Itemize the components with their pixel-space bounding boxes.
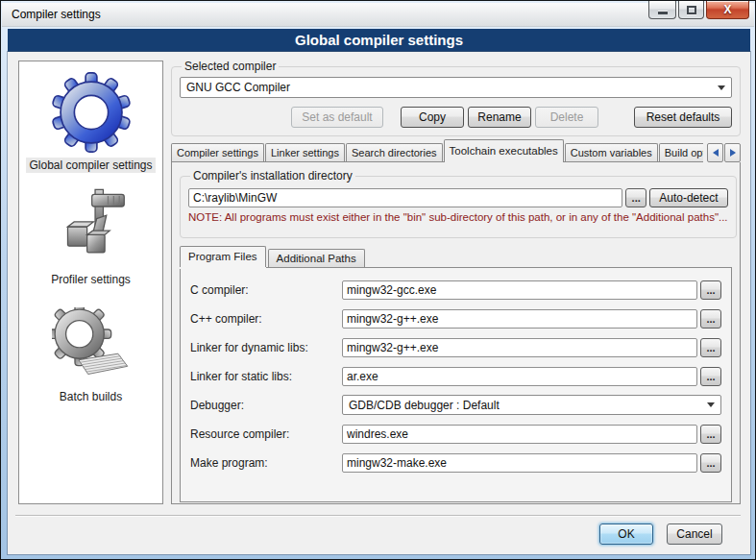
close-button[interactable]: X (706, 1, 749, 19)
sidebar-item-label: Global compiler settings (26, 158, 155, 173)
toolchain-executables-panel: Compiler's installation directory ... Au… (171, 161, 741, 504)
toolchain-fields: C compiler:...C++ compiler:...Linker for… (190, 280, 721, 473)
make-program-input[interactable] (342, 453, 697, 473)
footer-buttons: OK Cancel (599, 523, 722, 545)
c-compiler-label: C compiler: (190, 283, 342, 297)
sidebar-item-label: Batch builds (57, 389, 125, 404)
tab-toolchain-executables[interactable]: Toolchain executables (444, 139, 564, 162)
sidebar-item-batch-builds[interactable]: Batch builds (52, 307, 131, 404)
minimize-icon (658, 12, 668, 14)
c-compiler-browse-button[interactable]: ... (700, 280, 721, 300)
right-arrow-icon (730, 149, 736, 157)
toolchain-field-row: Debugger:GDB/CDB debugger : Default (190, 395, 721, 415)
close-icon: X (723, 3, 731, 16)
settings-sidebar: Global compiler settings (18, 61, 163, 504)
compiler-select[interactable]: GNU GCC Compiler (180, 77, 732, 98)
footer-separator (15, 515, 741, 516)
toolchain-field-row: Resource compiler:... (190, 424, 721, 444)
linker-for-dynamic-libs-label: Linker for dynamic libs: (190, 341, 342, 354)
toolchain-field-row: C++ compiler:... (190, 308, 721, 329)
ok-button[interactable]: OK (599, 523, 653, 545)
compiler-actions: Set as default Copy Rename Delete Reset … (180, 107, 732, 128)
window-title: Compiler settings (12, 8, 101, 21)
reset-defaults-button[interactable]: Reset defaults (634, 107, 732, 128)
tab-scroll-left-button[interactable] (707, 143, 723, 162)
toolchain-subtabs: Program Files Additional Paths (180, 246, 732, 267)
selected-compiler-group: Selected compiler GNU GCC Compiler Set a… (171, 60, 741, 136)
auto-detect-button[interactable]: Auto-detect (649, 188, 727, 207)
make-program-browse-button[interactable]: ... (700, 453, 721, 473)
linker-for-static-libs-browse-button[interactable]: ... (700, 367, 721, 386)
right-column: Selected compiler GNU GCC Compiler Set a… (171, 52, 741, 554)
debugger-select-value: GDB/CDB debugger : Default (349, 399, 701, 412)
resource-compiler-input[interactable] (342, 425, 697, 444)
selected-compiler-legend: Selected compiler (182, 60, 279, 73)
resource-compiler-browse-button[interactable]: ... (700, 425, 721, 444)
toolchain-field-row: Make program:... (190, 452, 721, 473)
c-compiler-label: C++ compiler: (190, 312, 342, 326)
dialog-body: Global compiler settings (8, 52, 750, 554)
copy-button[interactable]: Copy (401, 107, 464, 128)
install-dir-input[interactable] (188, 188, 622, 207)
sidebar-item-profiler-settings[interactable]: Profiler settings (48, 186, 134, 287)
gear-stack-icon (52, 307, 131, 384)
install-dir-note: NOTE: All programs must exist either in … (188, 211, 728, 223)
toolchain-field-row: Linker for static libs:... (190, 366, 721, 386)
tab-custom-variables[interactable]: Custom variables (565, 143, 658, 162)
left-arrow-icon (713, 149, 719, 157)
compiler-settings-window: Compiler settings X Global compiler sett… (0, 0, 756, 560)
tab-compiler-settings[interactable]: Compiler settings (171, 143, 264, 162)
rename-button[interactable]: Rename (468, 107, 531, 128)
caliper-icon (50, 186, 131, 267)
main-tabs: Compiler settings Linker settings Search… (171, 139, 741, 162)
page-title: Global compiler settings (295, 32, 463, 48)
minimize-button[interactable] (648, 1, 676, 19)
header-banner: Global compiler settings (8, 29, 750, 52)
maximize-icon (687, 6, 696, 14)
toolchain-field-row: Linker for dynamic libs:... (190, 337, 721, 357)
install-dir-browse-button[interactable]: ... (625, 188, 646, 207)
tab-scroll-buttons (703, 139, 741, 162)
tab-scroll-right-button[interactable] (724, 143, 741, 162)
chevron-down-icon (707, 402, 715, 407)
compiler-select-value: GNU GCC Compiler (186, 81, 712, 94)
program-files-panel: C compiler:...C++ compiler:...Linker for… (180, 267, 732, 502)
linker-for-dynamic-libs-browse-button[interactable]: ... (700, 338, 721, 357)
titlebar[interactable]: Compiler settings (2, 3, 754, 27)
c-compiler-input[interactable] (342, 309, 697, 329)
subtab-additional-paths[interactable]: Additional Paths (268, 249, 365, 267)
subtab-program-files[interactable]: Program Files (180, 246, 266, 267)
tab-linker-settings[interactable]: Linker settings (265, 143, 345, 162)
install-dir-row: ... Auto-detect (188, 188, 728, 207)
blue-gear-icon (51, 72, 132, 153)
debugger-label: Debugger: (190, 399, 342, 412)
chevron-down-icon (718, 85, 725, 90)
sidebar-item-label: Profiler settings (48, 272, 134, 287)
c-compiler-browse-button[interactable]: ... (700, 309, 721, 329)
tab-search-directories[interactable]: Search directories (346, 143, 443, 162)
install-dir-legend: Compiler's installation directory (190, 169, 355, 183)
linker-for-static-libs-input[interactable] (342, 367, 697, 386)
toolchain-field-row: C compiler:... (190, 280, 721, 300)
c-compiler-input[interactable] (342, 280, 697, 300)
maximize-button[interactable] (678, 1, 704, 19)
install-dir-group: Compiler's installation directory ... Au… (180, 169, 737, 238)
window-controls: X (646, 1, 749, 19)
resource-compiler-label: Resource compiler: (190, 427, 342, 441)
set-as-default-button: Set as default (291, 107, 383, 128)
delete-button: Delete (535, 107, 598, 128)
sidebar-item-global-compiler-settings[interactable]: Global compiler settings (26, 72, 155, 173)
linker-for-static-libs-label: Linker for static libs: (190, 370, 342, 383)
linker-for-dynamic-libs-input[interactable] (342, 338, 697, 357)
debugger-select[interactable]: GDB/CDB debugger : Default (342, 395, 721, 415)
make-program-label: Make program: (190, 456, 342, 470)
cancel-button[interactable]: Cancel (667, 523, 722, 545)
